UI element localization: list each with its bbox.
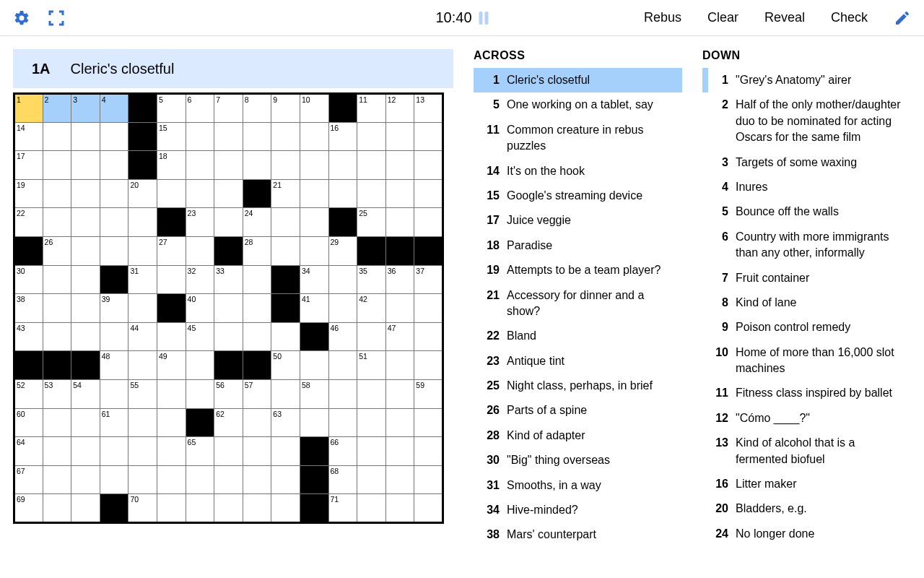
grid-cell[interactable] xyxy=(214,322,243,351)
grid-cell[interactable] xyxy=(243,265,271,294)
grid-cell[interactable]: 30 xyxy=(14,265,43,294)
clue-item[interactable]: 5Bounce off the walls xyxy=(702,199,911,224)
clue-item[interactable]: 11Common creature in rebus puzzles xyxy=(474,118,682,159)
grid-cell[interactable]: 42 xyxy=(357,294,386,323)
grid-cell[interactable]: 15 xyxy=(157,122,186,151)
grid-cell[interactable] xyxy=(186,236,214,265)
clue-item[interactable]: 1"Grey's Anatomy" airer xyxy=(702,68,911,92)
grid-cell[interactable] xyxy=(271,122,300,151)
clue-item[interactable]: 3Targets of some waxing xyxy=(702,150,911,175)
grid-cell[interactable]: 38 xyxy=(14,294,43,323)
grid-cell[interactable] xyxy=(414,437,443,466)
grid-cell[interactable] xyxy=(71,465,100,494)
grid-cell[interactable] xyxy=(128,236,157,265)
grid-cell[interactable] xyxy=(71,179,100,208)
grid-cell[interactable] xyxy=(243,322,271,351)
clue-item[interactable]: 9Poison control remedy xyxy=(702,315,911,340)
grid-cell[interactable] xyxy=(43,151,71,180)
grid-cell[interactable]: 60 xyxy=(14,408,43,437)
grid-cell[interactable]: 6 xyxy=(186,94,214,123)
grid-cell[interactable] xyxy=(43,179,71,208)
grid-cell[interactable] xyxy=(43,122,71,151)
clue-item[interactable]: 6Country with more immigrants than any o… xyxy=(702,225,911,266)
grid-cell[interactable]: 3 xyxy=(71,94,100,123)
grid-cell[interactable]: 36 xyxy=(385,265,414,294)
expand-icon[interactable] xyxy=(48,9,65,27)
grid-cell[interactable] xyxy=(186,465,214,494)
grid-cell[interactable] xyxy=(357,322,386,351)
clue-item[interactable]: 15Google's streaming device xyxy=(474,184,682,208)
grid-cell[interactable] xyxy=(328,351,357,380)
grid-cell[interactable]: 43 xyxy=(14,322,43,351)
pencil-icon[interactable] xyxy=(894,9,911,27)
grid-cell[interactable] xyxy=(271,494,300,523)
clue-item[interactable]: 2Half of the only mother/daughter duo to… xyxy=(702,92,911,150)
grid-cell[interactable] xyxy=(414,151,443,180)
grid-cell[interactable]: 12 xyxy=(385,94,414,123)
grid-cell[interactable] xyxy=(243,294,271,323)
grid-cell[interactable]: 34 xyxy=(300,265,328,294)
grid-cell[interactable] xyxy=(186,351,214,380)
grid-cell[interactable] xyxy=(100,379,128,408)
grid-cell[interactable] xyxy=(300,208,328,237)
grid-cell[interactable]: 37 xyxy=(414,265,443,294)
grid-cell[interactable] xyxy=(328,408,357,437)
grid-cell[interactable] xyxy=(357,408,386,437)
grid-cell[interactable]: 11 xyxy=(357,94,386,123)
grid-cell[interactable] xyxy=(43,208,71,237)
grid-cell[interactable]: 18 xyxy=(157,151,186,180)
clue-item[interactable]: 16Litter maker xyxy=(702,472,911,496)
grid-cell[interactable] xyxy=(271,465,300,494)
grid-cell[interactable]: 20 xyxy=(128,179,157,208)
grid-cell[interactable] xyxy=(100,236,128,265)
grid-cell[interactable] xyxy=(357,465,386,494)
grid-cell[interactable] xyxy=(300,351,328,380)
grid-cell[interactable] xyxy=(71,151,100,180)
grid-cell[interactable]: 17 xyxy=(14,151,43,180)
clue-item[interactable]: 5One working on a tablet, say xyxy=(474,92,682,117)
grid-cell[interactable] xyxy=(385,208,414,237)
pause-icon[interactable] xyxy=(479,12,489,25)
grid-cell[interactable]: 61 xyxy=(100,408,128,437)
clue-item[interactable]: 12"Cómo ____?" xyxy=(702,406,911,431)
grid-cell[interactable] xyxy=(414,208,443,237)
grid-cell[interactable] xyxy=(43,437,71,466)
grid-cell[interactable] xyxy=(100,179,128,208)
grid-cell[interactable]: 41 xyxy=(300,294,328,323)
grid-cell[interactable] xyxy=(243,494,271,523)
grid-cell[interactable]: 44 xyxy=(128,322,157,351)
grid-cell[interactable] xyxy=(157,494,186,523)
clue-item[interactable]: 17Juice veggie xyxy=(474,208,682,233)
grid-cell[interactable] xyxy=(271,379,300,408)
clue-item[interactable]: 38Mars' counterpart xyxy=(474,522,682,547)
grid-cell[interactable] xyxy=(357,379,386,408)
grid-cell[interactable] xyxy=(214,208,243,237)
grid-cell[interactable] xyxy=(385,294,414,323)
grid-cell[interactable] xyxy=(357,437,386,466)
grid-cell[interactable]: 64 xyxy=(14,437,43,466)
grid-cell[interactable]: 35 xyxy=(357,265,386,294)
grid-cell[interactable] xyxy=(414,351,443,380)
grid-cell[interactable]: 14 xyxy=(14,122,43,151)
grid-cell[interactable]: 69 xyxy=(14,494,43,523)
clue-item[interactable]: 24No longer done xyxy=(702,522,911,546)
grid-cell[interactable] xyxy=(157,465,186,494)
grid-cell[interactable]: 31 xyxy=(128,265,157,294)
grid-cell[interactable] xyxy=(128,408,157,437)
grid-cell[interactable]: 53 xyxy=(43,379,71,408)
grid-cell[interactable] xyxy=(243,437,271,466)
grid-cell[interactable]: 68 xyxy=(328,465,357,494)
grid-cell[interactable]: 7 xyxy=(214,94,243,123)
grid-cell[interactable] xyxy=(157,322,186,351)
across-clue-list[interactable]: 1Cleric's closetful5One working on a tab… xyxy=(474,68,682,578)
grid-cell[interactable] xyxy=(414,179,443,208)
grid-cell[interactable]: 32 xyxy=(186,265,214,294)
clear-button[interactable]: Clear xyxy=(707,10,738,25)
grid-cell[interactable] xyxy=(414,465,443,494)
grid-cell[interactable] xyxy=(357,494,386,523)
grid-cell[interactable]: 54 xyxy=(71,379,100,408)
grid-cell[interactable] xyxy=(157,379,186,408)
grid-cell[interactable] xyxy=(214,494,243,523)
clue-item[interactable]: 31Smooths, in a way xyxy=(474,473,682,498)
grid-cell[interactable] xyxy=(186,122,214,151)
